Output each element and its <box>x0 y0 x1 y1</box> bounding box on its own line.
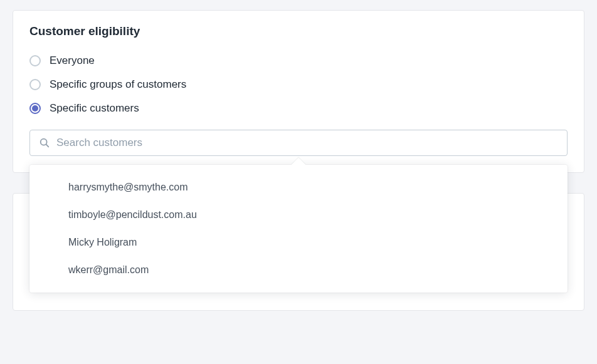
svg-line-1 <box>46 145 49 147</box>
search-wrap: harrysmythe@smythe.com timboyle@pencildu… <box>29 130 568 156</box>
radio-everyone[interactable]: Everyone <box>29 55 568 67</box>
radio-label: Everyone <box>50 55 95 67</box>
radio-icon <box>29 55 41 66</box>
search-input[interactable] <box>56 137 558 149</box>
section-title: Customer eligibility <box>29 24 568 38</box>
search-box[interactable] <box>29 130 568 156</box>
radio-specific-groups[interactable]: Specific groups of customers <box>29 78 568 91</box>
suggestion-item[interactable]: timboyle@pencildust.com.au <box>29 201 568 229</box>
eligibility-radio-group: Everyone Specific groups of customers Sp… <box>29 55 568 115</box>
suggestion-item[interactable]: harrysmythe@smythe.com <box>29 174 568 201</box>
search-icon <box>39 137 50 148</box>
radio-specific-customers[interactable]: Specific customers <box>29 102 568 115</box>
suggestion-item[interactable]: Micky Holigram <box>29 229 568 256</box>
radio-icon <box>29 79 41 90</box>
suggestion-item[interactable]: wkerr@gmail.com <box>29 256 568 284</box>
radio-label: Specific groups of customers <box>50 78 186 91</box>
radio-label: Specific customers <box>50 102 139 115</box>
customer-eligibility-card: Customer eligibility Everyone Specific g… <box>13 10 584 173</box>
radio-icon <box>29 103 41 114</box>
customer-suggestions-dropdown: harrysmythe@smythe.com timboyle@pencildu… <box>29 165 568 293</box>
